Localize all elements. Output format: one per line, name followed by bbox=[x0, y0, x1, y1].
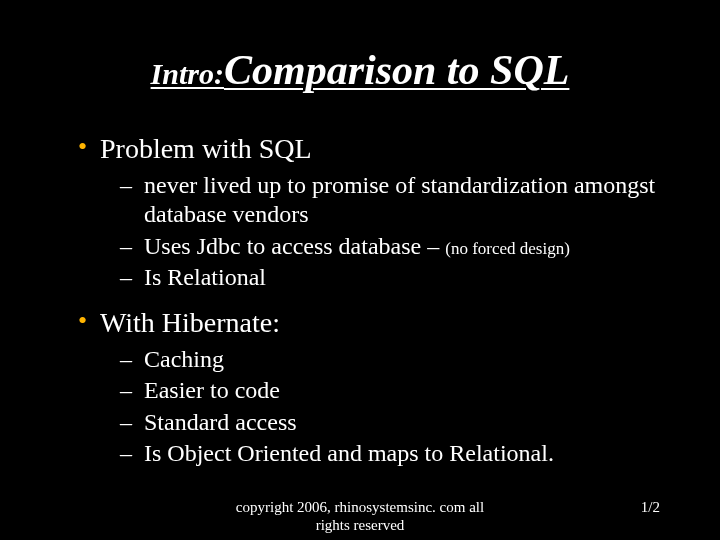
sub-list: Caching Easier to code Standard access I… bbox=[100, 345, 672, 468]
sub-text: never lived up to promise of standardiza… bbox=[144, 172, 655, 227]
top-item: Problem with SQL never lived up to promi… bbox=[78, 132, 672, 292]
title-main: Comparison to SQL bbox=[224, 47, 569, 93]
slide-title: Intro:Comparison to SQL bbox=[48, 46, 672, 94]
top-item-label: Problem with SQL bbox=[100, 133, 312, 164]
slide: Intro:Comparison to SQL Problem with SQL… bbox=[0, 0, 720, 540]
sub-text: Is Object Oriented and maps to Relationa… bbox=[144, 440, 554, 466]
sub-item: Is Relational bbox=[120, 263, 672, 292]
sub-item: Easier to code bbox=[120, 376, 672, 405]
sub-item: Caching bbox=[120, 345, 672, 374]
sub-text: Caching bbox=[144, 346, 224, 372]
copyright-text: copyright 2006, rhinosystemsinc. com all… bbox=[230, 498, 490, 534]
sub-item: Uses Jdbc to access database – (no force… bbox=[120, 232, 672, 261]
sub-list: never lived up to promise of standardiza… bbox=[100, 171, 672, 292]
page-number: 1/2 bbox=[641, 499, 660, 516]
sub-item: Standard access bbox=[120, 408, 672, 437]
title-prefix: Intro: bbox=[151, 57, 224, 90]
sub-text: Uses Jdbc to access database – bbox=[144, 233, 445, 259]
top-item: With Hibernate: Caching Easier to code S… bbox=[78, 306, 672, 468]
sub-item: never lived up to promise of standardiza… bbox=[120, 171, 672, 230]
sub-text: Easier to code bbox=[144, 377, 280, 403]
sub-text: Is Relational bbox=[144, 264, 266, 290]
sub-text: Standard access bbox=[144, 409, 297, 435]
top-item-label: With Hibernate: bbox=[100, 307, 280, 338]
sub-note: (no forced design) bbox=[445, 239, 570, 258]
sub-item: Is Object Oriented and maps to Relationa… bbox=[120, 439, 672, 468]
bullet-list: Problem with SQL never lived up to promi… bbox=[48, 132, 672, 468]
